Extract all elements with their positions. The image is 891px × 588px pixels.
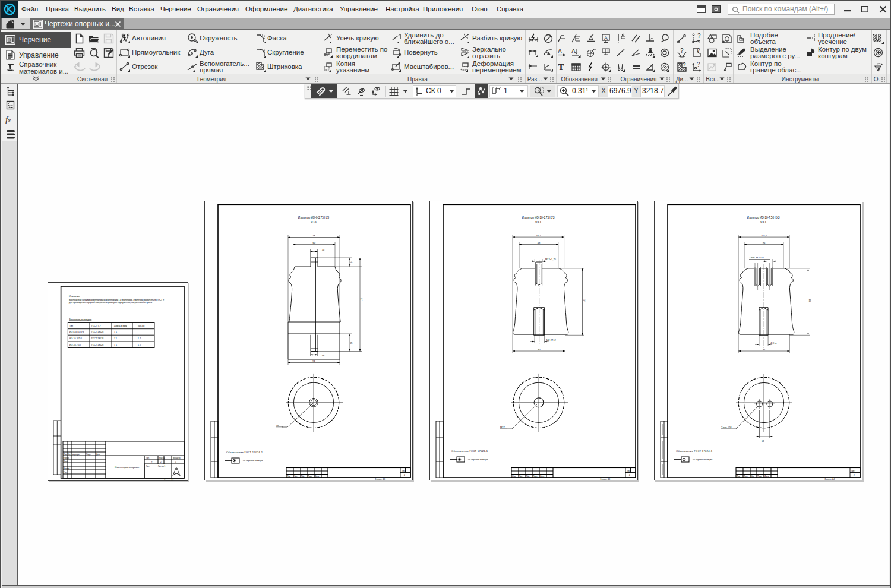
svg-text:7 1: 7 1: [114, 331, 117, 333]
svg-text:2: 2: [854, 474, 855, 476]
svg-text:Изм: Изм: [287, 475, 290, 478]
svg-text:A: A: [571, 48, 576, 55]
svg-text:Обозначение ГОСТ 17024-1: Обозначение ГОСТ 17024-1: [226, 451, 263, 454]
svg-text:А: А: [604, 35, 607, 41]
svg-text:ГОСТ 18528: ГОСТ 18528: [91, 337, 103, 340]
svg-text:на чертеже позиция: на чертеже позиция: [243, 460, 263, 462]
svg-text:Лист: Лист: [68, 453, 72, 456]
svg-text:ИО-10-3,75 I: ИО-10-3,75 I: [69, 337, 82, 340]
svg-text:4 Отв: 4 Отв: [770, 342, 776, 344]
svg-text:?: ?: [680, 48, 684, 54]
svg-text:Изолятор ИО-10-3,75 I УЗ: Изолятор ИО-10-3,75 I УЗ: [522, 216, 555, 219]
svg-text:?: ?: [697, 48, 700, 54]
svg-text:Обозначение ГОСТ 17024-1: Обозначение ГОСТ 17024-1: [676, 450, 713, 453]
svg-text:Масштаб: Масштаб: [173, 457, 181, 459]
svg-text:Значения размеров: Значения размеров: [69, 318, 92, 321]
svg-text:48: 48: [538, 241, 541, 244]
svg-text:Изоляторы опорные: Изоляторы опорные: [115, 466, 140, 469]
svg-text:175: 175: [360, 297, 363, 301]
svg-text:Лист: Лист: [146, 465, 150, 467]
svg-text:Лист: Лист: [744, 475, 748, 478]
svg-text:М27: М27: [500, 426, 505, 429]
svg-text:2: 2: [404, 474, 405, 476]
svg-text:?: ?: [697, 33, 701, 39]
svg-text:78: 78: [312, 234, 315, 237]
svg-text:Указания: Указания: [69, 295, 80, 298]
svg-text:М12×1,75: М12×1,75: [545, 258, 557, 261]
svg-text:Формат А4: Формат А4: [824, 478, 835, 480]
svg-text:2 отв. ∅8: 2 отв. ∅8: [721, 426, 732, 429]
svg-text:Обозначение ГОСТ 17024-1: Обозначение ГОСТ 17024-1: [451, 450, 488, 453]
svg-text:Дата: Дата: [764, 475, 769, 478]
svg-text:?: ?: [697, 62, 700, 68]
svg-text:Näc: Näc: [751, 475, 754, 478]
svg-text:Изм: Изм: [512, 475, 516, 478]
svg-text:Лист: Лист: [294, 475, 298, 478]
svg-text:Подп: Подп: [533, 475, 538, 478]
svg-text:46: 46: [322, 249, 325, 252]
svg-text:1 2: 1 2: [138, 337, 141, 340]
svg-text:46: 46: [322, 354, 325, 357]
svg-text:Пров.: Пров.: [64, 460, 68, 463]
svg-text:?: ?: [683, 62, 686, 68]
svg-text:Лист: Лист: [402, 470, 406, 472]
svg-text:ИО-10-7,5 I: ИО-10-7,5 I: [69, 344, 81, 346]
svg-text:Подп.: Подп.: [86, 453, 91, 456]
svg-text:91: 91: [763, 348, 766, 351]
svg-text:Näc: Näc: [301, 475, 305, 478]
svg-text:М2 27×2: М2 27×2: [546, 339, 556, 342]
svg-text:ГОСТ 18528: ГОСТ 18528: [91, 344, 103, 346]
svg-text:A: A: [558, 48, 562, 55]
svg-text:ИО-6-3,75 I УЗ: ИО-6-3,75 I УЗ: [69, 331, 84, 333]
svg-text:Лист: Лист: [627, 470, 631, 472]
svg-text:Утв.: Утв.: [64, 471, 67, 473]
svg-text:2 отв. М 12×1: 2 отв. М 12×1: [749, 256, 764, 259]
svg-text:Лит.: Лит.: [146, 457, 150, 459]
svg-text:Näc: Näc: [526, 475, 530, 478]
svg-text:90: 90: [538, 348, 541, 351]
svg-text:Лист: Лист: [851, 470, 855, 472]
svg-text:для прохождения торцевой повер: для прохождения торцевой поверхности раз…: [69, 301, 152, 304]
svg-text:98: 98: [808, 299, 811, 302]
svg-text:Формат А4: Формат А4: [600, 478, 610, 480]
svg-text:№ докум.: № докум.: [72, 453, 80, 456]
svg-text:Тип: Тип: [69, 325, 73, 327]
svg-text:2: 2: [629, 474, 630, 476]
svg-text:М 1:1: М 1:1: [311, 221, 317, 223]
svg-text:60: 60: [313, 241, 316, 244]
svg-text:Дата: Дата: [96, 453, 100, 456]
svg-text:Дата: Дата: [540, 475, 544, 478]
svg-text:91: 91: [312, 359, 315, 362]
svg-text:Дата: Дата: [315, 475, 319, 478]
svg-text:Изм: Изм: [64, 453, 67, 456]
svg-text:Изм: Изм: [737, 475, 740, 478]
svg-text:Н.контр.: Н.контр.: [64, 467, 71, 470]
svg-text:Разраб.: Разраб.: [64, 457, 70, 459]
svg-text:Подп: Подп: [757, 475, 762, 478]
svg-text:96: 96: [763, 241, 766, 244]
svg-text:7 1: 7 1: [114, 344, 117, 346]
svg-text:Масса: Масса: [159, 457, 165, 459]
svg-text:Листов 1: Листов 1: [158, 465, 166, 467]
svg-text:на чертеже позиция: на чертеже позиция: [468, 459, 488, 461]
svg-text:46: 46: [276, 424, 279, 427]
svg-text:на чертеже позиция: на чертеже позиция: [693, 459, 712, 461]
svg-text:Изолятор ИО-10-7,50 I УЗ: Изолятор ИО-10-7,50 I УЗ: [747, 216, 780, 219]
svg-text:Подп: Подп: [308, 475, 312, 478]
svg-text:Изолятор ИО-6-3,75 I УЗ: Изолятор ИО-6-3,75 I УЗ: [298, 216, 329, 219]
svg-text:T: T: [558, 62, 564, 72]
svg-text:1 2: 1 2: [138, 344, 141, 346]
svg-text:18: 18: [350, 341, 353, 344]
svg-text:7 1: 7 1: [114, 337, 117, 340]
svg-text:102,5: 102,5: [761, 234, 767, 237]
svg-text:Формат А4: Формат А4: [375, 478, 385, 480]
svg-text:Выключатели нагрузки укомплект: Выключатели нагрузки укомплектованы изол…: [69, 299, 164, 301]
svg-text:М 1:1: М 1:1: [760, 221, 766, 223]
svg-text:78,2: 78,2: [536, 234, 541, 237]
svg-text:М 1:1: М 1:1: [535, 221, 541, 223]
svg-text:101: 101: [583, 298, 586, 302]
svg-text:Длина в Вмм: Длина в Вмм: [114, 325, 127, 327]
svg-text:Кол-во: Кол-во: [138, 325, 144, 327]
svg-text:ГОСТ 18528: ГОСТ 18528: [91, 331, 103, 333]
svg-text:Лист: Лист: [519, 475, 523, 478]
